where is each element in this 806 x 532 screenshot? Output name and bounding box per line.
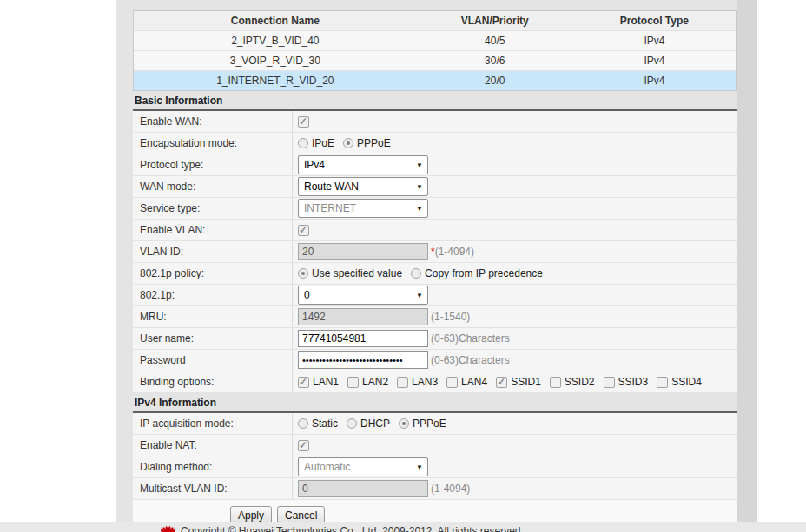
- ipoe-radio[interactable]: [298, 138, 308, 148]
- form-row-wan-mode: WAN mode: Route WAN ▼: [133, 176, 737, 198]
- ipoe-radio-label: IPoE: [312, 137, 334, 149]
- form-row-ip-acquisition-mode: IP acquisition mode: Static DHCP PPPoE: [133, 413, 737, 435]
- lan3-label: LAN3: [412, 376, 438, 388]
- mru-hint: (1-1540): [431, 311, 470, 323]
- lan1-checkbox[interactable]: ✓: [298, 377, 309, 388]
- table-row-iptv[interactable]: 2_IPTV_B_VID_40 40/5 IPv4: [134, 30, 736, 50]
- mru-label: MRU:: [133, 306, 293, 327]
- ssid3-label: SSID3: [618, 376, 649, 388]
- 8021p-label: 802.1p:: [133, 285, 293, 305]
- form-row-multicast-vlan-id: Multicast VLAN ID: (1-4094): [133, 478, 737, 500]
- cell-vlan-priority: 40/5: [417, 31, 573, 50]
- chevron-down-icon: ▼: [416, 200, 423, 218]
- lan1-label: LAN1: [313, 376, 339, 388]
- mru-input[interactable]: [298, 308, 428, 325]
- multicast-vlan-id-input[interactable]: [298, 480, 428, 497]
- lan4-checkbox[interactable]: ✓: [446, 377, 458, 388]
- check-icon: ✓: [299, 224, 307, 236]
- ssid1-checkbox[interactable]: ✓: [496, 377, 507, 388]
- wan-mode-select[interactable]: Route WAN ▼: [298, 177, 428, 196]
- enable-nat-checkbox[interactable]: ✓: [298, 440, 309, 451]
- ssid4-checkbox[interactable]: ✓: [657, 377, 668, 388]
- chevron-down-icon: ▼: [416, 286, 423, 305]
- huawei-logo-icon: [161, 525, 175, 532]
- form-row-dialing-method: Dialing method: Automatic ▼: [133, 456, 737, 478]
- lan4-label: LAN4: [461, 376, 487, 388]
- pppoe-acquisition-radio[interactable]: [399, 418, 409, 429]
- form-row-enable-vlan: Enable VLAN: ✓: [133, 220, 737, 241]
- check-icon: ✓: [299, 115, 307, 128]
- use-specified-value-radio[interactable]: [298, 268, 308, 279]
- lan2-checkbox[interactable]: ✓: [347, 377, 359, 388]
- vlan-id-input[interactable]: [298, 243, 428, 260]
- static-radio[interactable]: [298, 418, 308, 429]
- lan3-checkbox[interactable]: ✓: [397, 377, 408, 388]
- encapsulation-mode-label: Encapsulation mode:: [133, 133, 293, 154]
- form-row-user-name: User name: (0-63)Characters: [133, 328, 737, 350]
- pppoe-acquisition-radio-label: PPPoE: [413, 417, 446, 430]
- wan-mode-label: WAN mode:: [133, 176, 293, 197]
- copyright-text: Copyright © Huawei Technologies Co., Ltd…: [181, 525, 524, 532]
- chevron-down-icon: ▼: [416, 156, 423, 174]
- connection-table: Connection Name VLAN/Priority Protocol T…: [133, 10, 737, 91]
- binding-options-label: Binding options:: [133, 371, 293, 392]
- 8021p-value: 0: [304, 289, 310, 301]
- dhcp-radio[interactable]: [347, 418, 357, 429]
- password-label: Password: [133, 350, 293, 371]
- pppoe-radio-label: PPPoE: [357, 137, 391, 149]
- dialing-method-value: Automatic: [304, 461, 350, 473]
- column-header-connection-name: Connection Name: [134, 11, 417, 30]
- use-specified-value-label: Use specified value: [312, 267, 402, 279]
- enable-vlan-checkbox[interactable]: ✓: [298, 225, 309, 236]
- protocol-type-select[interactable]: IPv4 ▼: [298, 155, 428, 174]
- cell-vlan-priority: 20/0: [417, 71, 573, 90]
- password-input[interactable]: [298, 351, 428, 369]
- ssid2-label: SSID2: [565, 376, 595, 388]
- ssid2-checkbox[interactable]: ✓: [550, 377, 561, 388]
- chevron-down-icon: ▼: [416, 178, 423, 196]
- check-icon: ✓: [497, 376, 505, 388]
- column-header-vlan-priority: VLAN/Priority: [417, 11, 573, 30]
- password-hint: (0-63)Characters: [431, 354, 510, 366]
- enable-wan-checkbox[interactable]: ✓: [298, 116, 309, 128]
- dialing-method-select[interactable]: Automatic ▼: [298, 457, 428, 476]
- service-type-select[interactable]: INTERNET ▼: [298, 199, 428, 218]
- form-row-8021p: 802.1p: 0 ▼: [133, 285, 737, 306]
- lan2-label: LAN2: [362, 376, 388, 388]
- form-row-enable-wan: Enable WAN: ✓: [133, 111, 737, 133]
- cell-protocol: IPv4: [573, 51, 736, 70]
- 8021p-select[interactable]: 0 ▼: [298, 286, 428, 305]
- check-icon: ✓: [299, 439, 307, 451]
- form-row-enable-nat: Enable NAT: ✓: [133, 435, 737, 456]
- cell-connection-name: 2_IPTV_B_VID_40: [134, 31, 417, 50]
- ip-acquisition-mode-label: IP acquisition mode:: [133, 413, 293, 434]
- table-row-internet[interactable]: 1_INTERNET_R_VID_20 20/0 IPv4: [134, 70, 736, 90]
- form-row-protocol-type: Protocol type: IPv4 ▼: [133, 154, 737, 176]
- ssid3-checkbox[interactable]: ✓: [604, 377, 615, 388]
- content-panel: Connection Name VLAN/Priority Protocol T…: [116, 0, 757, 522]
- table-row-voip[interactable]: 3_VOIP_R_VID_30 30/6 IPv4: [134, 50, 736, 70]
- copy-from-ip-precedence-radio[interactable]: [411, 268, 421, 279]
- footer: Copyright © Huawei Technologies Co., Ltd…: [0, 522, 806, 532]
- pppoe-radio[interactable]: [343, 138, 353, 148]
- protocol-type-label: Protocol type:: [133, 154, 293, 175]
- user-name-input[interactable]: [298, 330, 428, 347]
- cell-connection-name: 3_VOIP_R_VID_30: [134, 51, 417, 70]
- chevron-down-icon: ▼: [416, 458, 423, 476]
- button-row: Apply Cancel: [133, 500, 737, 524]
- form-row-encapsulation-mode: Encapsulation mode: IPoE PPPoE: [133, 133, 737, 154]
- panel-right-shade: [737, 0, 757, 522]
- form-row-service-type: Service type: INTERNET ▼: [133, 198, 737, 220]
- form-row-8021p-policy: 802.1p policy: Use specified value Copy …: [133, 263, 737, 285]
- form-row-mru: MRU: (1-1540): [133, 306, 737, 328]
- multicast-vlan-id-hint: (1-4094): [431, 483, 470, 495]
- cell-protocol: IPv4: [573, 31, 736, 50]
- dialing-method-label: Dialing method:: [133, 456, 293, 477]
- form-row-binding-options: Binding options: ✓ LAN1 ✓ LAN2 ✓ LAN3 ✓ …: [133, 371, 737, 393]
- form-row-password: Password (0-63)Characters: [133, 350, 737, 371]
- static-radio-label: Static: [312, 417, 338, 430]
- ssid4-label: SSID4: [671, 376, 702, 388]
- enable-vlan-label: Enable VLAN:: [133, 220, 293, 240]
- multicast-vlan-id-label: Multicast VLAN ID:: [133, 478, 293, 499]
- cell-protocol: IPv4: [573, 71, 736, 90]
